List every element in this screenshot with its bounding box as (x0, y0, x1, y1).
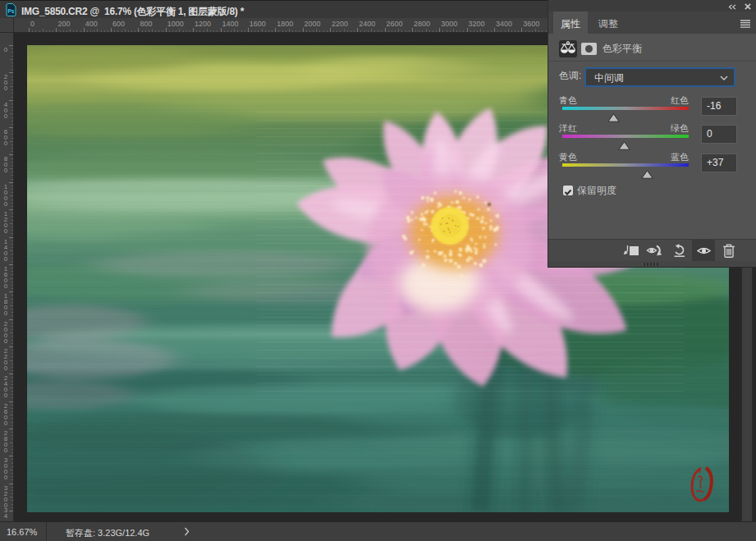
svg-text:Ps: Ps (8, 8, 15, 14)
